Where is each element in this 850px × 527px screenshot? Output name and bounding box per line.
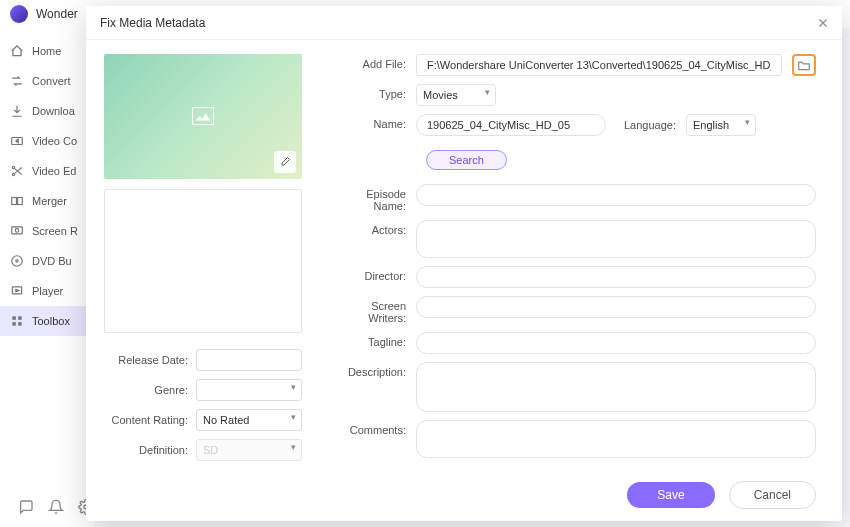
- modal-body: Release Date: Genre: Content Rating: No …: [86, 40, 842, 469]
- edit-thumbnail-button[interactable]: [274, 151, 296, 173]
- sidebar-label: Convert: [32, 75, 71, 87]
- sidebar-label: Downloa: [32, 105, 75, 117]
- video-thumbnail: [104, 54, 302, 179]
- sidebar-label: Video Co: [32, 135, 77, 147]
- modal-close-button[interactable]: [814, 14, 832, 32]
- name-input[interactable]: [416, 114, 606, 136]
- description-input[interactable]: [416, 362, 816, 412]
- compress-icon: [10, 134, 24, 148]
- genre-select[interactable]: [196, 379, 302, 401]
- sidebar-label: Player: [32, 285, 63, 297]
- actors-label: Actors:: [336, 220, 416, 236]
- sidebar-item-convert[interactable]: Convert: [0, 66, 95, 96]
- notification-icon[interactable]: [48, 499, 64, 519]
- svg-rect-12: [18, 316, 22, 320]
- definition-label: Definition:: [104, 444, 196, 456]
- svg-point-9: [16, 260, 18, 262]
- definition-select[interactable]: SD: [196, 439, 302, 461]
- sidebar-label: Home: [32, 45, 61, 57]
- language-label: Language:: [624, 119, 676, 131]
- svg-point-7: [15, 229, 19, 233]
- modal-right-panel: Add File: Type: Movies Name: Lan: [316, 40, 842, 469]
- writers-label: Screen Writers:: [336, 296, 416, 324]
- sidebar-label: Video Ed: [32, 165, 76, 177]
- disc-icon: [10, 254, 24, 268]
- save-button[interactable]: Save: [627, 482, 714, 508]
- director-label: Director:: [336, 266, 416, 282]
- app-logo-icon: [10, 5, 28, 23]
- home-icon: [10, 44, 24, 58]
- description-label: Description:: [336, 362, 416, 378]
- modal-footer: Save Cancel: [86, 469, 842, 521]
- download-icon: [10, 104, 24, 118]
- svg-point-3: [12, 173, 14, 175]
- convert-icon: [10, 74, 24, 88]
- sidebar-item-dvd-burner[interactable]: DVD Bu: [0, 246, 95, 276]
- sidebar-item-download[interactable]: Downloa: [0, 96, 95, 126]
- genre-label: Genre:: [104, 384, 196, 396]
- image-placeholder-icon: [192, 107, 214, 125]
- svg-rect-4: [12, 198, 17, 205]
- language-select[interactable]: English: [686, 114, 756, 136]
- sidebar-item-screen-recorder[interactable]: Screen R: [0, 216, 95, 246]
- episode-name-input[interactable]: [416, 184, 816, 206]
- svg-rect-16: [192, 107, 214, 125]
- svg-rect-6: [12, 227, 23, 234]
- sidebar-item-merger[interactable]: Merger: [0, 186, 95, 216]
- svg-rect-13: [12, 322, 16, 326]
- feedback-icon[interactable]: [18, 499, 34, 519]
- merger-icon: [10, 194, 24, 208]
- release-date-label: Release Date:: [104, 354, 196, 366]
- svg-rect-14: [18, 322, 22, 326]
- artwork-box[interactable]: [104, 189, 302, 333]
- type-label: Type:: [336, 84, 416, 100]
- left-fields: Release Date: Genre: Content Rating: No …: [104, 349, 302, 469]
- scissors-icon: [10, 164, 24, 178]
- comments-label: Comments:: [336, 420, 416, 436]
- add-file-input[interactable]: [416, 54, 782, 76]
- add-file-label: Add File:: [336, 54, 416, 70]
- folder-icon: [797, 59, 811, 71]
- svg-point-8: [12, 256, 23, 267]
- release-date-input[interactable]: [196, 349, 302, 371]
- sidebar-item-video-compress[interactable]: Video Co: [0, 126, 95, 156]
- tagline-input[interactable]: [416, 332, 816, 354]
- sidebar-label: DVD Bu: [32, 255, 72, 267]
- modal-left-panel: Release Date: Genre: Content Rating: No …: [86, 40, 316, 469]
- search-button[interactable]: Search: [426, 150, 507, 170]
- record-icon: [10, 224, 24, 238]
- player-icon: [10, 284, 24, 298]
- sidebar: Home Convert Downloa Video Co Video Ed M…: [0, 28, 95, 527]
- director-input[interactable]: [416, 266, 816, 288]
- browse-folder-button[interactable]: [792, 54, 816, 76]
- type-select[interactable]: Movies: [416, 84, 496, 106]
- sidebar-item-home[interactable]: Home: [0, 36, 95, 66]
- sidebar-label: Screen R: [32, 225, 78, 237]
- svg-rect-11: [12, 316, 16, 320]
- writers-input[interactable]: [416, 296, 816, 318]
- app-title: Wonder: [36, 7, 78, 21]
- toolbox-icon: [10, 314, 24, 328]
- sidebar-label: Merger: [32, 195, 67, 207]
- name-label: Name:: [336, 114, 416, 130]
- episode-name-label: Episode Name:: [336, 184, 416, 212]
- sidebar-item-video-edit[interactable]: Video Ed: [0, 156, 95, 186]
- modal-header: Fix Media Metadata: [86, 6, 842, 40]
- svg-rect-5: [18, 198, 23, 205]
- sidebar-item-player[interactable]: Player: [0, 276, 95, 306]
- cancel-button[interactable]: Cancel: [729, 481, 816, 509]
- fix-metadata-modal: Fix Media Metadata Release Date: Genre:: [86, 6, 842, 521]
- modal-title: Fix Media Metadata: [100, 16, 205, 30]
- comments-input[interactable]: [416, 420, 816, 458]
- sidebar-item-toolbox[interactable]: Toolbox: [0, 306, 95, 336]
- content-rating-select[interactable]: No Rated: [196, 409, 302, 431]
- sidebar-label: Toolbox: [32, 315, 70, 327]
- tagline-label: Tagline:: [336, 332, 416, 348]
- svg-point-2: [12, 166, 14, 168]
- actors-input[interactable]: [416, 220, 816, 258]
- content-rating-label: Content Rating:: [104, 414, 196, 426]
